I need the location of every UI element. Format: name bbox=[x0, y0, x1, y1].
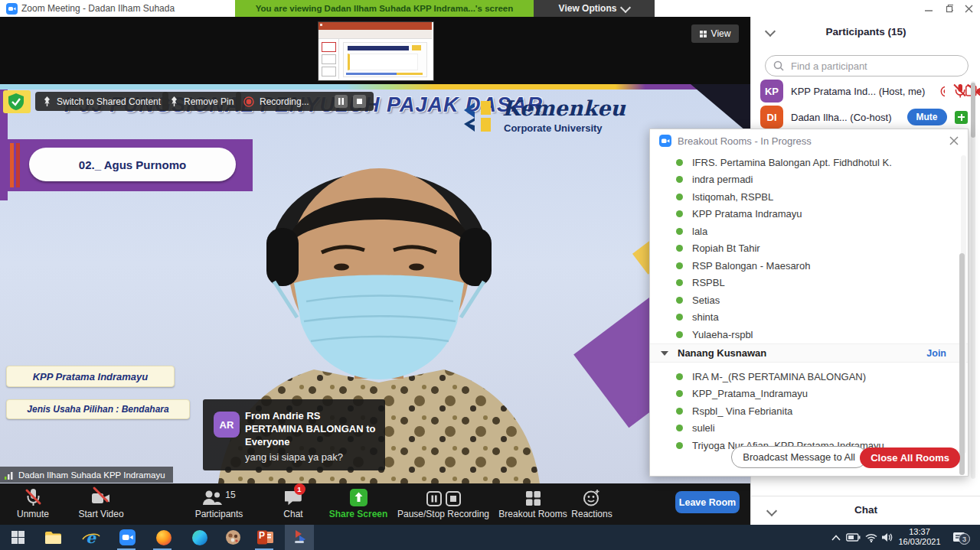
remove-pin-button[interactable]: Remove Pin bbox=[162, 92, 241, 111]
windows-taskbar: e P bbox=[0, 525, 980, 550]
broadcast-message-button[interactable]: Broadcast Message to All bbox=[731, 446, 867, 468]
online-dot-icon bbox=[676, 210, 683, 217]
smiley-icon bbox=[583, 488, 601, 506]
maximize-button[interactable] bbox=[942, 2, 955, 15]
participants-scrollbar[interactable] bbox=[971, 81, 975, 479]
wifi-icon[interactable] bbox=[862, 529, 880, 546]
share-screen-button[interactable]: Share Screen bbox=[328, 488, 389, 519]
recording-indicator: Recording... bbox=[236, 92, 374, 111]
join-room-link[interactable]: Join bbox=[926, 348, 946, 359]
list-item[interactable]: Rspbl_ Vina Febrianita bbox=[661, 402, 949, 420]
breakout-room-row[interactable]: Nanang Kusnawan Join bbox=[650, 343, 968, 363]
kemenkeu-logo-name: Kemenkeu bbox=[502, 96, 626, 120]
participant-row-host[interactable]: KP KPP Pratama Ind... (Host, me) bbox=[760, 78, 972, 104]
online-dot-icon bbox=[676, 262, 683, 269]
presenter-name-card: 02._ Agus Purnomo bbox=[29, 148, 236, 181]
switch-to-shared-content-button[interactable]: Switch to Shared Content bbox=[35, 92, 168, 111]
list-item[interactable]: KPP_Pratama_Indramayu bbox=[661, 386, 949, 403]
shared-screen-thumbnail[interactable] bbox=[318, 21, 434, 81]
list-item[interactable]: Ropiah Bt Tahir bbox=[661, 240, 949, 258]
window-title: Zoom Meeting - Dadan Ilham Suhada bbox=[21, 3, 175, 14]
firefox-icon[interactable] bbox=[155, 529, 172, 546]
chevron-down-icon bbox=[620, 2, 631, 12]
avatar: KP bbox=[760, 80, 783, 103]
room-member-list: IRA M-_(RS PERTAMINA BALONGAN) KPP_Prata… bbox=[661, 368, 949, 454]
more-actions-icon[interactable] bbox=[955, 111, 968, 124]
powerpoint-icon[interactable]: P bbox=[256, 529, 274, 546]
clock[interactable]: 13:37 16/03/2021 bbox=[894, 527, 945, 547]
start-button[interactable] bbox=[9, 529, 27, 546]
grid-icon bbox=[700, 31, 707, 37]
tray-chevron-icon[interactable] bbox=[827, 529, 844, 546]
participant-row-cohost[interactable]: DI Dadan Ilha... (Co-host) Mute bbox=[760, 104, 972, 130]
volume-icon[interactable] bbox=[878, 529, 896, 546]
list-item[interactable]: suleli bbox=[661, 420, 949, 438]
notification-center-icon[interactable]: 3 bbox=[951, 529, 969, 546]
breakout-scrollbar[interactable] bbox=[961, 155, 966, 454]
close-icon[interactable] bbox=[962, 2, 975, 15]
search-input[interactable] bbox=[789, 60, 953, 73]
leave-room-button[interactable]: Leave Room bbox=[675, 491, 740, 513]
chat-badge: 1 bbox=[294, 483, 305, 495]
list-item[interactable]: shinta bbox=[661, 309, 949, 327]
online-dot-icon bbox=[676, 297, 683, 304]
view-layout-button[interactable]: View bbox=[691, 24, 739, 43]
online-dot-icon bbox=[676, 176, 683, 183]
scrollbar-thumb[interactable] bbox=[971, 83, 975, 138]
toast-title: From Andrie RS PERTAMINA BALONGAN to Eve… bbox=[245, 409, 377, 448]
list-item[interactable]: KPP Pratama Indramayu bbox=[661, 206, 949, 223]
chat-notification-toast[interactable]: AR From Andrie RS PERTAMINA BALONGAN to … bbox=[203, 399, 385, 470]
close-all-rooms-button[interactable]: Close All Rooms bbox=[860, 447, 960, 468]
list-item[interactable]: Yulaeha-rspbl bbox=[661, 326, 949, 343]
scrollbar-thumb[interactable] bbox=[959, 253, 965, 475]
online-dot-icon bbox=[676, 331, 683, 338]
office-label: KPP Pratama Indramayu bbox=[6, 366, 175, 387]
online-dot-icon bbox=[676, 442, 683, 449]
kemenkeu-logo: Kemenkeu Corporate University bbox=[458, 96, 649, 139]
security-shield-icon[interactable] bbox=[7, 93, 25, 114]
pause-recording-icon[interactable] bbox=[335, 95, 348, 108]
active-app-icon[interactable] bbox=[291, 529, 309, 546]
zoom-app-icon bbox=[6, 3, 18, 15]
signal-bars-icon bbox=[5, 470, 14, 480]
expand-room-triangle[interactable] bbox=[661, 351, 668, 356]
list-item[interactable]: Setias bbox=[661, 291, 949, 309]
microphone-muted-icon bbox=[24, 488, 41, 506]
paint3d-app-icon[interactable] bbox=[224, 529, 242, 546]
unmute-button[interactable]: Unmute bbox=[6, 488, 60, 519]
room-name: Nanang Kusnawan bbox=[678, 347, 766, 359]
zoom-taskbar-icon[interactable] bbox=[119, 529, 136, 546]
stop-recording-icon[interactable] bbox=[353, 95, 366, 108]
start-video-button[interactable]: Start Video bbox=[72, 488, 130, 519]
pin-icon bbox=[170, 96, 178, 106]
participants-button[interactable]: 15 Participants bbox=[182, 488, 256, 519]
viewing-screen-banner: You are viewing Dadan Ilham Suhada KPP I… bbox=[235, 0, 534, 17]
online-dot-icon bbox=[676, 408, 683, 415]
online-dot-icon bbox=[676, 390, 683, 397]
list-item[interactable]: RSPBL bbox=[661, 275, 949, 292]
list-item[interactable]: lala bbox=[661, 223, 949, 240]
list-item[interactable]: IFRS. Pertamina Balongan Apt. Fidhdhotul… bbox=[661, 154, 949, 171]
pause-stop-recording-button[interactable]: Pause/Stop Recording bbox=[395, 488, 492, 519]
edge-icon[interactable] bbox=[191, 529, 208, 546]
breakout-panel-header: Breakout Rooms - In Progress bbox=[650, 129, 968, 152]
file-explorer-icon[interactable] bbox=[44, 529, 62, 546]
list-item[interactable]: indra permadi bbox=[661, 171, 949, 189]
mute-button[interactable]: Mute bbox=[907, 109, 947, 125]
search-icon bbox=[773, 60, 784, 71]
business-type-label: Jenis Usaha Pilihan : Bendahara bbox=[6, 399, 190, 419]
breakout-rooms-button[interactable]: Breakout Rooms bbox=[496, 488, 570, 519]
list-item[interactable]: Istiqomah, RSPBL bbox=[661, 188, 949, 206]
view-options-button[interactable]: View Options bbox=[534, 0, 655, 17]
reactions-button[interactable]: Reactions bbox=[568, 488, 616, 519]
chat-button[interactable]: 1 Chat bbox=[271, 488, 315, 519]
chat-bubble-icon: 1 bbox=[285, 488, 302, 506]
minimize-button[interactable] bbox=[923, 2, 935, 15]
battery-icon[interactable] bbox=[844, 529, 862, 546]
internet-explorer-icon[interactable]: e bbox=[82, 529, 100, 546]
close-icon[interactable] bbox=[949, 136, 959, 145]
participant-search-box[interactable] bbox=[765, 55, 969, 76]
zoom-app-icon bbox=[659, 135, 671, 147]
list-item[interactable]: IRA M-_(RS PERTAMINA BALONGAN) bbox=[661, 368, 949, 386]
list-item[interactable]: RSP Balongan - Maesaroh bbox=[661, 257, 949, 275]
